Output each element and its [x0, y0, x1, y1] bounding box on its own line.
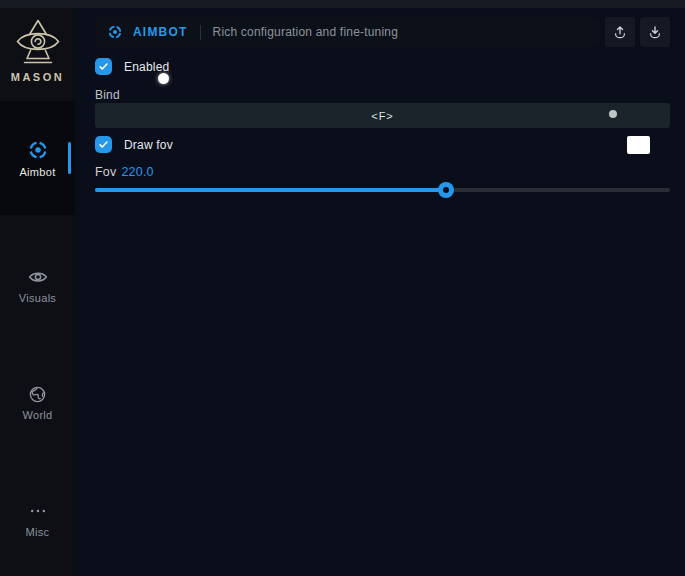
bind-keybind-field[interactable]: <F> — [95, 103, 670, 128]
upload-config-button[interactable] — [605, 17, 635, 47]
sidebar-item-label: Misc — [26, 526, 50, 538]
upload-icon — [612, 24, 628, 40]
window-top-edge — [0, 0, 685, 8]
fov-label-text: Fov — [95, 165, 116, 179]
check-icon — [98, 61, 109, 72]
fov-label: Fov220.0 — [95, 165, 154, 179]
header-title-bar: AIMBOT Rich configuration and fine-tunin… — [95, 17, 600, 47]
eye-icon — [28, 267, 48, 287]
draw-fov-label: Draw fov — [124, 138, 173, 152]
brand-name: MASON — [0, 71, 75, 83]
header: AIMBOT Rich configuration and fine-tunin… — [95, 17, 670, 47]
draw-fov-checkbox[interactable] — [95, 136, 112, 153]
draw-fov-row: Draw fov — [95, 136, 173, 153]
enabled-row: Enabled — [95, 58, 169, 75]
active-tab-indicator — [68, 142, 71, 174]
fov-slider-fill — [95, 188, 446, 192]
download-icon — [647, 24, 663, 40]
enabled-label: Enabled — [124, 60, 169, 74]
sidebar-item-label: World — [22, 409, 52, 421]
check-icon — [98, 139, 109, 150]
bind-label: Bind — [95, 88, 120, 102]
mouse-cursor-dot — [158, 73, 169, 84]
sidebar-item-label: Aimbot — [19, 166, 55, 178]
sidebar: MASON Aimbot Visuals — [0, 8, 75, 576]
fov-slider[interactable] — [95, 182, 670, 198]
page-title: AIMBOT — [133, 25, 188, 39]
ellipsis-icon — [28, 501, 48, 521]
download-config-button[interactable] — [640, 17, 670, 47]
sidebar-item-visuals[interactable]: Visuals — [0, 255, 75, 315]
enabled-checkbox[interactable] — [95, 58, 112, 75]
main-panel: AIMBOT Rich configuration and fine-tunin… — [75, 8, 685, 576]
cursor-dot-secondary — [609, 110, 617, 118]
sidebar-item-aimbot[interactable]: Aimbot — [0, 101, 75, 215]
fov-color-swatch[interactable] — [627, 136, 650, 154]
brand-logo: MASON — [0, 18, 75, 83]
crosshair-icon — [27, 139, 49, 161]
illuminati-eye-icon — [14, 18, 62, 68]
bind-value: <F> — [371, 110, 394, 122]
page-subtitle: Rich configuration and fine-tuning — [213, 25, 399, 39]
sidebar-item-misc[interactable]: Misc — [0, 491, 75, 547]
globe-icon — [28, 385, 47, 404]
sidebar-item-label: Visuals — [19, 292, 56, 304]
fov-slider-thumb[interactable] — [438, 182, 454, 198]
sidebar-item-world[interactable]: World — [0, 373, 75, 433]
crosshair-icon — [107, 24, 123, 40]
fov-value: 220.0 — [121, 165, 153, 179]
mason-menu-window: MASON Aimbot Visuals — [0, 0, 685, 576]
title-separator — [200, 25, 201, 40]
